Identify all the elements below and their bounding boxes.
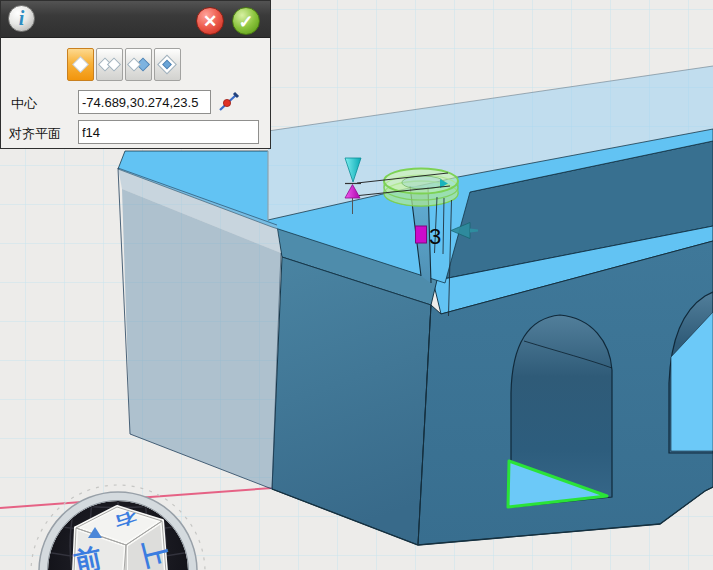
cancel-button[interactable]: ✕: [196, 7, 224, 35]
cad-application-viewport: { "dialog": { "info_icon": "i", "cancel_…: [0, 0, 713, 570]
mode-button-diamond-single-icon[interactable]: [67, 48, 94, 81]
point-picker-icon[interactable]: [216, 90, 242, 114]
mode-button-diamond-double-icon[interactable]: [96, 48, 123, 81]
offset-value-label: 3: [429, 224, 441, 249]
align-plane-field-label: 对齐平面: [9, 125, 61, 143]
center-field-label: 中心: [11, 95, 37, 113]
dialog-titlebar[interactable]: i ✕ ✓: [1, 1, 270, 38]
offset-handle-magenta-box[interactable]: [416, 226, 427, 243]
align-plane-field-input[interactable]: [78, 120, 259, 144]
hole-feature-preview[interactable]: [384, 169, 458, 207]
confirm-button[interactable]: ✓: [232, 7, 260, 35]
mode-button-diamond-nested-icon[interactable]: [154, 48, 181, 81]
feature-edit-dialog: i ✕ ✓ 中心: [0, 0, 271, 149]
mode-button-row: [67, 48, 181, 81]
center-field-input[interactable]: [78, 90, 211, 114]
info-icon: i: [8, 5, 35, 32]
mode-button-diamond-blue-pair-icon[interactable]: [125, 48, 152, 81]
